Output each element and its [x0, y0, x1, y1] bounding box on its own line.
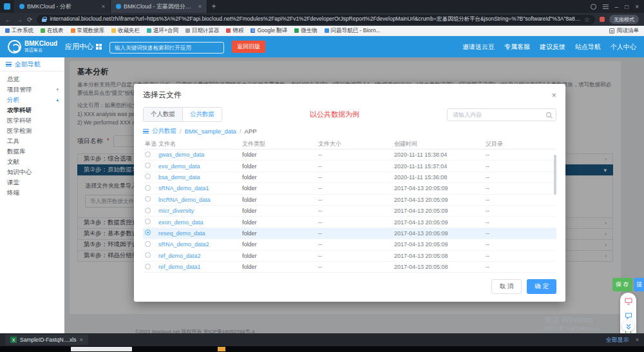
- maximize-icon[interactable]: □: [625, 3, 629, 10]
- bookmark-item[interactable]: 微生物: [294, 27, 317, 35]
- monitor-icon[interactable]: [625, 296, 632, 308]
- table-row[interactable]: ref_demo_data2folder--2017-04-13 20:05:0…: [143, 251, 556, 262]
- extension-icon[interactable]: [600, 17, 605, 22]
- radio-button[interactable]: [145, 252, 151, 258]
- file-name-link[interactable]: ref_demo_data1: [158, 264, 242, 270]
- bookmark-item[interactable]: 常规数据库: [71, 27, 105, 35]
- bmkcloud-logo[interactable]: BMKCloud 百迈客云: [8, 40, 57, 54]
- refresh-icon[interactable]: ⟳: [27, 16, 32, 23]
- sidebar-item-tools[interactable]: 工具: [0, 137, 64, 146]
- close-icon[interactable]: ×: [635, 3, 639, 10]
- cancel-button[interactable]: 取 消: [491, 279, 522, 294]
- radio-button[interactable]: [145, 173, 151, 179]
- sidebar-item-literature[interactable]: 文献: [0, 157, 64, 166]
- table-row[interactable]: lncRNA_demo_datafolder--2017-04-13 20:05…: [143, 195, 556, 206]
- dialog-close-icon[interactable]: ×: [551, 91, 556, 99]
- forward-icon[interactable]: →: [16, 16, 23, 23]
- taskbar-app-icon[interactable]: [218, 347, 225, 351]
- radio-button[interactable]: [145, 230, 151, 235]
- app-center-menu[interactable]: 应用中心: [65, 42, 102, 52]
- sidebar-item-medical[interactable]: 医学科研: [0, 116, 64, 125]
- breadcrumb-root[interactable]: 公共数据: [152, 127, 176, 135]
- sidebar-item-med-test[interactable]: 医学检测: [0, 126, 64, 135]
- user-icon[interactable]: [591, 4, 596, 10]
- table-row-selected[interactable]: reseq_demo_datafolder--2017-04-13 20:05:…: [143, 228, 556, 239]
- bookmark-item[interactable]: GGoogle 翻译: [251, 27, 287, 35]
- downloaded-file-chip[interactable]: X SampleID-FastqN....xls ×: [5, 335, 88, 345]
- link-sitemap[interactable]: 站点导航: [575, 43, 601, 52]
- close-download-bar-icon[interactable]: ×: [636, 337, 639, 343]
- file-name-link[interactable]: reseq_demo_data: [158, 230, 242, 237]
- table-row[interactable]: gwas_demo_datafolder--2020-11-11 15:38:0…: [143, 150, 556, 161]
- table-row[interactable]: sRNA_demo_data1folder--2017-04-13 20:05:…: [143, 183, 556, 194]
- table-row[interactable]: ref_demo_data1folder--2017-04-13 20:05:0…: [143, 262, 556, 273]
- radio-button[interactable]: [145, 152, 151, 157]
- bookmark-item[interactable]: 问题导航已 - Biorn...: [325, 27, 381, 35]
- legacy-version-button[interactable]: 返回旧版: [232, 41, 265, 53]
- table-row[interactable]: sRNA_demo_data2folder--2017-04-13 20:05:…: [143, 239, 556, 250]
- tab-public-data[interactable]: 公共数据: [183, 108, 222, 121]
- sidebar-item-knowledge[interactable]: 知识中心: [0, 168, 64, 177]
- file-name-link[interactable]: evo_demo_data: [158, 163, 242, 170]
- bookmark-star-icon[interactable]: ☆: [584, 16, 590, 23]
- reading-list-button[interactable]: 阅读清单: [609, 27, 639, 35]
- file-name-link[interactable]: sRNA_demo_data2: [158, 241, 242, 248]
- radio-button[interactable]: [145, 264, 151, 269]
- save-button[interactable]: 保 存: [612, 278, 632, 291]
- taskbar-search-box[interactable]: [71, 347, 132, 351]
- bookmark-item[interactable]: 收藏夹栏: [111, 27, 140, 35]
- table-row[interactable]: exon_demo_datafolder--2017-04-13 20:05:0…: [143, 217, 556, 228]
- tab-close-icon[interactable]: ×: [198, 3, 202, 10]
- show-all-downloads-link[interactable]: 全部显示: [606, 336, 629, 344]
- radio-button[interactable]: [145, 196, 151, 202]
- bookmark-item[interactable]: 退环+合同: [147, 27, 178, 35]
- browser-tab-1[interactable]: BMKCloud - 分析 ×: [14, 0, 111, 13]
- sidebar-item-classroom[interactable]: 课堂: [0, 178, 64, 187]
- minimize-icon[interactable]: –: [615, 3, 619, 10]
- table-row[interactable]: micr_diversityfolder--2017-04-13 20:05:0…: [143, 206, 556, 217]
- bookmark-item[interactable]: 锦程: [226, 27, 243, 35]
- dismiss-download-icon[interactable]: ×: [79, 337, 82, 343]
- bookmark-item[interactable]: 在线表: [41, 27, 64, 35]
- sidebar-item-terminal[interactable]: 终端: [0, 188, 64, 197]
- new-tab-button[interactable]: +: [207, 2, 220, 11]
- file-name-link[interactable]: gwas_demo_data: [158, 152, 242, 158]
- submit-button[interactable]: 提 交: [634, 278, 644, 291]
- tab-close-icon[interactable]: ×: [102, 3, 105, 10]
- radio-button[interactable]: [145, 185, 151, 191]
- sidebar-all-nav[interactable]: 全部导航: [0, 57, 64, 72]
- link-support[interactable]: 专属客服: [504, 43, 530, 52]
- radio-button[interactable]: [145, 208, 151, 213]
- file-name-link[interactable]: bsa_demo_data: [158, 174, 242, 181]
- file-name-link[interactable]: exon_demo_data: [158, 219, 242, 226]
- url-field[interactable]: international.biocloud.net/zh/iframe?url…: [37, 15, 595, 24]
- sidebar-item-analysis[interactable]: 分析▴: [0, 95, 64, 104]
- link-feedback[interactable]: 建议反馈: [540, 43, 565, 52]
- tab-personal-data[interactable]: 个人数据: [144, 108, 183, 121]
- search-icon[interactable]: [545, 110, 553, 122]
- app-search-input[interactable]: [109, 42, 224, 54]
- file-name-link[interactable]: sRNA_demo_data1: [158, 185, 242, 191]
- sidebar-item-overview[interactable]: 总览: [0, 75, 64, 84]
- breadcrumb-folder[interactable]: BMK_sample_data: [185, 128, 236, 135]
- table-row[interactable]: bsa_demo_datafolder--2020-11-11 15:36:08…: [143, 172, 556, 183]
- confirm-button[interactable]: 确 定: [527, 279, 556, 294]
- sidebar-item-database[interactable]: 数据库: [0, 147, 64, 156]
- menu-icon[interactable]: [603, 5, 609, 9]
- back-icon[interactable]: ←: [5, 16, 12, 23]
- radio-button[interactable]: [145, 219, 151, 224]
- sidebar-item-project-mgmt[interactable]: 项目管理▾: [0, 85, 64, 94]
- radio-button[interactable]: [145, 162, 151, 168]
- file-name-link[interactable]: micr_diversity: [158, 208, 242, 214]
- table-row[interactable]: evo_demo_datafolder--2020-11-11 15:37:04…: [143, 161, 556, 171]
- file-name-link[interactable]: lncRNA_demo_data: [158, 197, 242, 203]
- browser-tab-2-active[interactable]: BMKCloud - 宏基因组分析平台 ×: [111, 0, 207, 13]
- radio-button[interactable]: [145, 241, 151, 247]
- file-name-link[interactable]: ref_demo_data2: [158, 253, 242, 259]
- link-invite[interactable]: 邀请送云豆: [462, 43, 495, 52]
- bookmark-item[interactable]: 工作系统: [5, 27, 33, 35]
- table-scrollbar[interactable]: [554, 155, 556, 195]
- link-account[interactable]: 个人中心: [611, 43, 636, 52]
- file-search-input[interactable]: [447, 108, 556, 121]
- sidebar-item-agri[interactable]: 农学科研: [0, 106, 64, 115]
